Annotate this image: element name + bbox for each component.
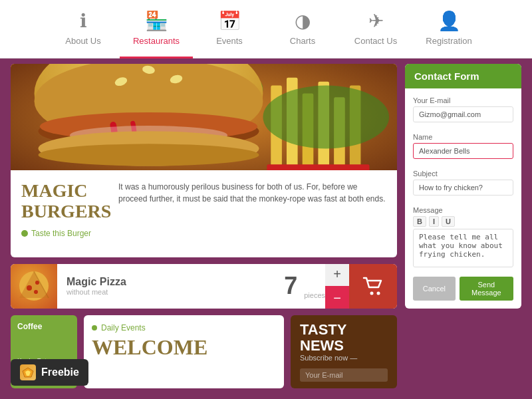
svg-point-26 xyxy=(377,292,380,295)
message-field-group: Message B I U Please tell me all what yo… xyxy=(413,206,513,270)
email-label: Your E-mail xyxy=(413,96,513,104)
info-icon: ℹ xyxy=(80,10,87,32)
taste-link[interactable]: Taste this Burger xyxy=(21,229,108,238)
form-actions: Cancel Send Message xyxy=(413,277,513,301)
nav-item-charts[interactable]: ◑ Charts xyxy=(266,0,339,59)
italic-button[interactable]: I xyxy=(429,216,439,227)
freebie-badge: Freebie xyxy=(11,359,88,386)
nav-item-events[interactable]: 📅 Events xyxy=(193,0,266,59)
nav-item-contact[interactable]: ✈ Contact Us xyxy=(339,0,412,59)
nav-item-registration[interactable]: 👤 Registration xyxy=(412,0,485,59)
left-panel: MAGIC BURGERS Taste this Burger It was a… xyxy=(11,64,397,388)
svg-point-12 xyxy=(39,144,259,166)
nav-label-contact: Contact Us xyxy=(354,36,397,46)
nav-label-registration: Registration xyxy=(426,36,471,46)
svg-point-20 xyxy=(263,86,389,149)
contact-form-card: Contact Form Your E-mail Name Subject Me… xyxy=(405,64,521,309)
nutrition-card-title: Coffee xyxy=(17,322,70,331)
nav-item-restaurants[interactable]: 🏪 Restaurants xyxy=(120,0,193,59)
events-header: Daily Events xyxy=(92,323,276,332)
nav-label-restaurants: Restaurants xyxy=(133,36,180,46)
pizza-plus-button[interactable]: + xyxy=(325,264,349,287)
subject-field-group: Subject xyxy=(413,170,513,201)
contact-form-header: Contact Form xyxy=(405,64,521,88)
pizza-image xyxy=(11,264,57,309)
nav-label-charts: Charts xyxy=(290,36,315,46)
pizza-info: Magic Pizza without meat xyxy=(57,276,277,296)
user-icon: 👤 xyxy=(438,10,461,32)
subscribe-text: Subscribe now — xyxy=(300,354,388,362)
burger-title-column: MAGIC BURGERS Taste this Burger xyxy=(21,181,108,247)
subject-input[interactable] xyxy=(413,180,513,196)
pizza-name: Magic Pizza xyxy=(66,276,268,288)
subscribe-email-input[interactable] xyxy=(300,368,388,382)
nav-item-about[interactable]: ℹ About Us xyxy=(47,0,120,59)
email-input[interactable] xyxy=(413,106,513,122)
message-textarea[interactable]: Please tell me all what you know about f… xyxy=(413,229,513,267)
burger-card: MAGIC BURGERS Taste this Burger It was a… xyxy=(11,64,397,257)
news-card: TASTY NEWS Subscribe now — xyxy=(291,315,397,388)
right-panel: Contact Form Your E-mail Name Subject Me… xyxy=(405,64,521,388)
burger-image xyxy=(11,64,397,170)
bold-button[interactable]: B xyxy=(413,216,426,227)
nav-label-events: Events xyxy=(216,36,243,46)
news-title: TASTY NEWS xyxy=(300,322,388,354)
name-field-group: Name xyxy=(413,133,513,164)
contact-icon: ✈ xyxy=(368,10,384,32)
name-label: Name xyxy=(413,133,513,141)
pizza-minus-button[interactable]: − xyxy=(325,286,349,309)
pizza-count: 7 xyxy=(277,272,304,300)
content-area: MAGIC BURGERS Taste this Burger It was a… xyxy=(11,64,521,388)
cancel-button[interactable]: Cancel xyxy=(413,277,456,301)
events-header-label: Daily Events xyxy=(101,323,146,332)
burger-content: MAGIC BURGERS Taste this Burger It was a… xyxy=(11,170,397,257)
message-toolbar: B I U xyxy=(413,216,513,227)
sketch-icon xyxy=(20,364,36,380)
svg-point-22 xyxy=(27,285,32,291)
navigation-bar: ℹ About Us 🏪 Restaurants 📅 Events ◑ Char… xyxy=(0,0,532,59)
svg-point-23 xyxy=(35,281,39,285)
taste-dot-icon xyxy=(21,230,28,237)
svg-point-24 xyxy=(34,290,38,294)
message-label: Message xyxy=(413,206,513,214)
pizza-subtitle: without meat xyxy=(66,288,268,296)
nav-label-about: About Us xyxy=(65,36,100,46)
welcome-text: WELCOME xyxy=(92,335,276,360)
restaurant-icon: 🏪 xyxy=(145,10,168,32)
email-field-group: Your E-mail xyxy=(413,96,513,128)
name-input[interactable] xyxy=(413,143,513,159)
news-card-header: TASTY NEWS Subscribe now — xyxy=(300,322,388,362)
svg-point-25 xyxy=(370,292,374,295)
subject-label: Subject xyxy=(413,170,513,178)
calendar-icon: 📅 xyxy=(218,10,241,32)
events-card: Daily Events WELCOME xyxy=(84,315,284,388)
burger-description: It was a humorously perilous business fo… xyxy=(118,181,386,247)
svg-rect-19 xyxy=(267,164,369,170)
underline-button[interactable]: U xyxy=(442,216,455,227)
charts-icon: ◑ xyxy=(295,10,311,32)
pizza-pieces-label: pieces xyxy=(304,291,325,301)
send-message-button[interactable]: Send Message xyxy=(460,277,513,301)
events-dot-icon xyxy=(92,325,97,331)
contact-form-body: Your E-mail Name Subject Message B I xyxy=(405,88,521,309)
pizza-card: Magic Pizza without meat 7 pieces + − xyxy=(11,264,397,309)
burger-title: MAGIC BURGERS xyxy=(21,181,108,222)
pizza-controls: + − xyxy=(325,264,349,309)
freebie-label: Freebie xyxy=(41,366,79,378)
add-to-cart-button[interactable] xyxy=(349,264,397,309)
taste-link-label: Taste this Burger xyxy=(31,229,91,238)
